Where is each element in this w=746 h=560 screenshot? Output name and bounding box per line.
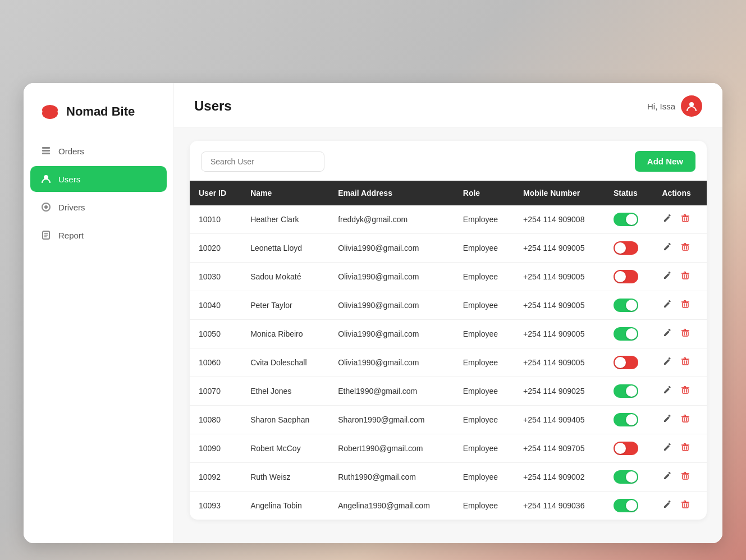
orders-icon bbox=[40, 145, 52, 157]
status-toggle[interactable] bbox=[614, 470, 638, 484]
status-toggle[interactable] bbox=[614, 213, 638, 226]
delete-button[interactable] bbox=[680, 327, 691, 341]
cell-email: Ruth1990@gmail.com bbox=[329, 463, 454, 492]
table-card: Add New User ID Name Email Address Role … bbox=[190, 141, 707, 520]
delete-button[interactable] bbox=[680, 356, 691, 369]
edit-button[interactable] bbox=[662, 413, 673, 426]
content-area: Add New User ID Name Email Address Role … bbox=[174, 127, 722, 543]
col-name: Name bbox=[241, 181, 329, 205]
delete-button[interactable] bbox=[680, 413, 691, 426]
cell-role: Employee bbox=[454, 205, 514, 234]
cell-email: Angelina1990@gmail.com bbox=[329, 492, 454, 520]
svg-rect-21 bbox=[683, 417, 688, 422]
cell-status bbox=[605, 234, 653, 263]
svg-rect-2 bbox=[46, 114, 54, 118]
cell-user-id: 10093 bbox=[190, 492, 241, 520]
greeting-text: Hi, Issa bbox=[647, 102, 675, 111]
sidebar: Nomad Bite Orders Users bbox=[24, 83, 174, 543]
svg-rect-18 bbox=[683, 331, 688, 336]
cell-mobile: +254 114 909705 bbox=[514, 434, 605, 463]
topbar: Users Hi, Issa bbox=[174, 83, 722, 127]
cell-status bbox=[605, 463, 653, 492]
edit-button[interactable] bbox=[662, 241, 673, 255]
svg-rect-23 bbox=[683, 474, 688, 479]
sidebar-item-drivers[interactable]: Drivers bbox=[30, 194, 167, 220]
delete-button[interactable] bbox=[680, 213, 691, 226]
edit-button[interactable] bbox=[662, 470, 673, 484]
cell-name: Monica Ribeiro bbox=[241, 320, 329, 348]
delete-button[interactable] bbox=[680, 270, 691, 283]
table-row: 10080 Sharon Saephan Sharon1990@gmail.co… bbox=[190, 406, 707, 434]
table-header-row: User ID Name Email Address Role Mobile N… bbox=[190, 181, 707, 205]
cell-name: Ruth Weisz bbox=[241, 463, 329, 492]
table-row: 10040 Peter Taylor Olivia1990@gmail.com … bbox=[190, 291, 707, 320]
delete-button[interactable] bbox=[680, 442, 691, 455]
status-toggle[interactable] bbox=[614, 384, 638, 398]
cell-status bbox=[605, 406, 653, 434]
cell-mobile: +254 114 909002 bbox=[514, 463, 605, 492]
cell-status bbox=[605, 205, 653, 234]
status-toggle[interactable] bbox=[614, 299, 638, 312]
svg-rect-22 bbox=[683, 446, 688, 451]
delete-button[interactable] bbox=[680, 470, 691, 484]
edit-button[interactable] bbox=[662, 442, 673, 455]
cell-user-id: 10070 bbox=[190, 377, 241, 406]
table-row: 10060 Cvita Doleschall Olivia1990@gmail.… bbox=[190, 348, 707, 377]
status-toggle[interactable] bbox=[614, 356, 638, 369]
col-email: Email Address bbox=[329, 181, 454, 205]
edit-button[interactable] bbox=[662, 299, 673, 312]
status-toggle[interactable] bbox=[614, 270, 638, 283]
svg-point-8 bbox=[44, 205, 48, 209]
cell-status bbox=[605, 348, 653, 377]
cell-status bbox=[605, 291, 653, 320]
cell-role: Employee bbox=[454, 348, 514, 377]
cell-role: Employee bbox=[454, 463, 514, 492]
cell-role: Employee bbox=[454, 263, 514, 291]
svg-point-1 bbox=[42, 105, 58, 115]
edit-button[interactable] bbox=[662, 356, 673, 369]
edit-button[interactable] bbox=[662, 499, 673, 512]
edit-button[interactable] bbox=[662, 270, 673, 283]
col-role: Role bbox=[454, 181, 514, 205]
status-toggle[interactable] bbox=[614, 499, 638, 512]
cell-actions bbox=[653, 205, 707, 234]
status-toggle[interactable] bbox=[614, 413, 638, 426]
cell-user-id: 10092 bbox=[190, 463, 241, 492]
cell-name: Sharon Saephan bbox=[241, 406, 329, 434]
delete-button[interactable] bbox=[680, 384, 691, 398]
delete-button[interactable] bbox=[680, 241, 691, 255]
cell-actions bbox=[653, 320, 707, 348]
cell-actions bbox=[653, 492, 707, 520]
status-toggle[interactable] bbox=[614, 442, 638, 455]
col-actions: Actions bbox=[653, 181, 707, 205]
cell-user-id: 10030 bbox=[190, 263, 241, 291]
cell-status bbox=[605, 377, 653, 406]
sidebar-item-users[interactable]: Users bbox=[30, 166, 167, 192]
edit-button[interactable] bbox=[662, 213, 673, 226]
status-toggle[interactable] bbox=[614, 241, 638, 255]
table-row: 10093 Angelina Tobin Angelina1990@gmail.… bbox=[190, 492, 707, 520]
add-new-button[interactable]: Add New bbox=[635, 151, 695, 172]
cell-name: Sadou Mokaté bbox=[241, 263, 329, 291]
cell-user-id: 10080 bbox=[190, 406, 241, 434]
cell-role: Employee bbox=[454, 492, 514, 520]
cell-name: Ethel Jones bbox=[241, 377, 329, 406]
cell-user-id: 10010 bbox=[190, 205, 241, 234]
cell-user-id: 10090 bbox=[190, 434, 241, 463]
edit-button[interactable] bbox=[662, 384, 673, 398]
search-input[interactable] bbox=[201, 152, 324, 172]
cell-status bbox=[605, 492, 653, 520]
sidebar-item-report[interactable]: Report bbox=[30, 222, 167, 248]
cell-name: Peter Taylor bbox=[241, 291, 329, 320]
delete-button[interactable] bbox=[680, 299, 691, 312]
table-row: 10090 Robert McCoy Robert1990@gmail.com … bbox=[190, 434, 707, 463]
sidebar-item-orders[interactable]: Orders bbox=[30, 138, 167, 164]
svg-rect-17 bbox=[683, 302, 688, 307]
status-toggle[interactable] bbox=[614, 327, 638, 341]
edit-button[interactable] bbox=[662, 327, 673, 341]
delete-button[interactable] bbox=[680, 499, 691, 512]
page-title: Users bbox=[194, 98, 232, 114]
table-row: 10070 Ethel Jones Ethel1990@gmail.com Em… bbox=[190, 377, 707, 406]
col-mobile: Mobile Number bbox=[514, 181, 605, 205]
svg-rect-5 bbox=[42, 153, 50, 154]
